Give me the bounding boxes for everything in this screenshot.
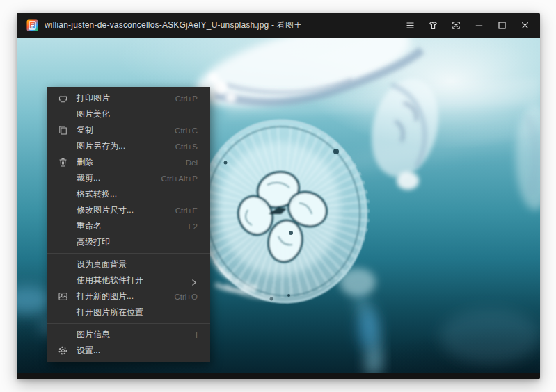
app-window: willian-justen-de-vasconcellos-ASKGjAeIY… [17,13,540,379]
image-icon [57,291,68,302]
fullscreen-button[interactable] [450,19,461,31]
submenu-arrow-icon [190,277,198,284]
maximize-icon [497,20,507,31]
menu-item-format-convert[interactable]: 格式转换... [47,186,210,202]
menu-item-label: 打开新的图片... [77,291,166,302]
menu-item-label: 删除 [77,156,177,168]
printer-icon [57,93,68,104]
menu-item-label: 使用其他软件打开 [77,275,182,286]
window-controls [392,19,530,31]
menu-item-shortcut: Ctrl+C [175,126,198,135]
menu-item-label: 图片信息 [77,329,187,341]
menu-item-shortcut: Ctrl+Alt+P [161,174,198,183]
menu-item-label: 高级打印 [77,236,189,248]
image-viewport[interactable]: 打印图片 Ctrl+P 图片美化 复制 Ctrl+C 图片另存为... Ctrl… [17,38,540,373]
menu-item-label: 打开图片所在位置 [77,307,189,318]
menu-item-copy[interactable]: 复制 Ctrl+C [47,122,210,138]
window-title: willian-justen-de-vasconcellos-ASKGjAeIY… [45,19,392,31]
menu-item-shortcut: I [196,331,198,339]
skin-button[interactable] [427,19,438,31]
menu-item-label: 复制 [77,124,166,136]
close-button[interactable] [519,19,530,31]
menu-item-open-with[interactable]: 使用其他软件打开 [47,272,210,288]
menu-item-shortcut: Del [186,158,198,167]
menu-item-crop[interactable]: 裁剪... Ctrl+Alt+P [47,170,210,186]
menu-item-label: 重命名 [77,220,180,232]
menu-item-label: 图片另存为... [77,140,167,152]
menu-item-open-location[interactable]: 打开图片所在位置 [47,304,210,320]
menu-item-shortcut: Ctrl+O [174,293,198,301]
menu-item-shortcut: F2 [189,222,198,231]
title-bar[interactable]: willian-justen-de-vasconcellos-ASKGjAeIY… [17,13,540,38]
fullscreen-icon [451,20,461,31]
shirt-icon [428,20,438,31]
menu-item-label: 设为桌面背景 [77,259,189,270]
app-icon[interactable] [26,19,38,31]
copy-icon [57,125,68,136]
menu-item-label: 裁剪... [77,172,153,184]
menu-item-settings[interactable]: 设置... [47,343,210,359]
gear-icon [57,345,68,357]
menu-item-advanced-print[interactable]: 高级打印 [47,234,210,250]
menu-item-label: 修改图片尺寸... [77,204,167,216]
bottom-bar [17,373,540,379]
menu-item-label: 打印图片 [77,92,167,104]
menu-item-set-wallpaper[interactable]: 设为桌面背景 [47,256,210,272]
menu-separator [47,323,210,324]
minimize-button[interactable] [473,19,484,31]
menu-separator [47,253,210,254]
context-menu: 打印图片 Ctrl+P 图片美化 复制 Ctrl+C 图片另存为... Ctrl… [47,87,210,362]
maximize-button[interactable] [496,19,507,31]
menu-item-label: 格式转换... [77,188,189,200]
menu-item-image-info[interactable]: 图片信息 I [47,327,210,343]
menu-button[interactable] [404,19,415,31]
menu-item-label: 设置... [77,345,189,357]
menu-item-save-as[interactable]: 图片另存为... Ctrl+S [47,138,210,154]
menu-item-resize[interactable]: 修改图片尺寸... Ctrl+E [47,202,210,218]
menu-item-shortcut: Ctrl+P [175,95,198,103]
menu-item-shortcut: Ctrl+E [175,206,198,215]
menu-item-label: 图片美化 [77,108,189,120]
menu-item-print[interactable]: 打印图片 Ctrl+P [47,90,210,106]
menu-item-open-new[interactable]: 打开新的图片... Ctrl+O [47,288,210,304]
close-icon [520,20,530,31]
menu-item-delete[interactable]: 删除 Del [47,154,210,170]
trash-icon [57,157,68,168]
hamburger-icon [405,20,415,31]
menu-item-rename[interactable]: 重命名 F2 [47,218,210,234]
menu-item-shortcut: Ctrl+S [175,142,198,151]
minimize-icon [474,20,484,31]
menu-item-beautify[interactable]: 图片美化 [47,106,210,122]
